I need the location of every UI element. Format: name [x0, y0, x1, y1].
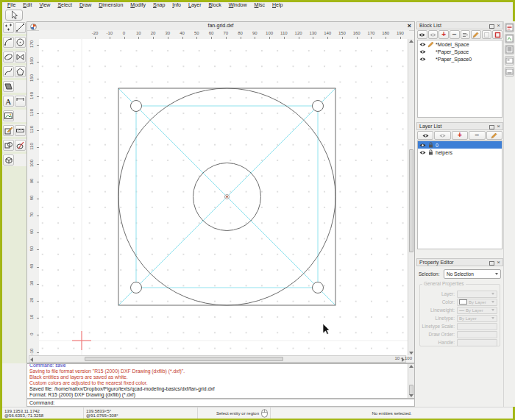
scrollbar-arrow[interactable]	[409, 40, 413, 43]
remove-layer-button[interactable]: −	[469, 131, 485, 140]
text-icon: A	[4, 96, 13, 106]
show-all-layers-button[interactable]	[417, 131, 433, 140]
tool-polyline-button[interactable]	[15, 51, 26, 63]
scrollbar-thumb[interactable]	[409, 149, 413, 252]
menu-dimension[interactable]: Dimension	[96, 2, 126, 7]
float-panel-button[interactable]	[489, 261, 494, 266]
block-list-panel: Block List × +− *Model_Space*Paper_Space…	[416, 21, 503, 119]
menu-misc[interactable]: Misc	[252, 2, 268, 7]
tool-measure-button[interactable]	[15, 125, 26, 136]
tool-group	[2, 21, 27, 34]
tool-image-button[interactable]	[3, 110, 14, 121]
relative-coordinate: @56.6353,-71.3258	[4, 413, 81, 419]
property-linetype-field: By Layer	[457, 315, 497, 322]
toggle-layer-list-button[interactable]	[505, 45, 514, 54]
tool-box3d-button[interactable]	[3, 154, 14, 165]
menu-edit[interactable]: Edit	[20, 2, 35, 7]
menu-help[interactable]: Help	[269, 2, 285, 7]
horizontal-scrollbar[interactable]	[29, 355, 406, 363]
general-properties-group: Layer:Color:By LayerLineweight:—By Layer…	[419, 284, 500, 346]
block-name: *Model_Space	[436, 42, 469, 47]
float-panel-button[interactable]	[489, 125, 494, 129]
tool-polygon-button[interactable]	[15, 66, 26, 77]
menu-info[interactable]: Info	[169, 2, 184, 7]
rename-block-button[interactable]	[461, 30, 471, 39]
lock-icon[interactable]	[427, 142, 434, 148]
visibility-eye-icon[interactable]	[419, 49, 426, 54]
tool-ellipse-button[interactable]	[3, 51, 14, 63]
menu-view[interactable]: View	[36, 2, 53, 7]
toggle-block-list-button[interactable]	[505, 34, 514, 43]
tool-circle-button[interactable]	[15, 37, 26, 48]
add-block-button[interactable]: +	[438, 30, 449, 39]
visibility-eye-icon[interactable]	[419, 57, 426, 62]
scrollbar-thumb[interactable]	[85, 357, 283, 361]
close-document-button[interactable]: ×	[408, 22, 411, 30]
hide-all-blocks-button[interactable]	[428, 30, 438, 39]
menu-layer[interactable]: Layer	[185, 2, 205, 7]
close-panel-button[interactable]: ×	[497, 22, 500, 29]
property-label: Draw Order:	[421, 332, 457, 337]
command-input[interactable]: Command:	[26, 399, 415, 407]
tool-points-button[interactable]	[3, 22, 14, 33]
scrollbar-arrow[interactable]	[409, 352, 413, 355]
tool-hatch-button[interactable]	[3, 81, 14, 92]
hide-all-layers-button[interactable]	[434, 131, 450, 140]
scrollbar-arrow[interactable]	[409, 394, 413, 397]
tool-line-button[interactable]	[15, 22, 26, 33]
tool-text-button[interactable]: A	[3, 96, 14, 107]
purge-block-button[interactable]	[492, 30, 502, 39]
tool-explode-button[interactable]	[3, 140, 14, 151]
toggle-library-browser-button[interactable]	[505, 56, 514, 65]
ruler-label: -10	[106, 31, 113, 35]
menu-select[interactable]: Select	[54, 2, 74, 7]
lock-icon[interactable]	[427, 149, 434, 155]
add-layer-button[interactable]: +	[452, 131, 468, 140]
edit-layer-button[interactable]	[486, 131, 502, 140]
relative-polar-coordinate: @91.0765<308°	[86, 413, 195, 419]
show-all-blocks-button[interactable]	[417, 30, 427, 39]
circle-icon	[15, 38, 25, 47]
layer-row[interactable]: 0	[418, 141, 502, 149]
tool-modify-button[interactable]	[3, 125, 14, 136]
property-row: Handle:	[421, 339, 497, 346]
toggle-command-line-button[interactable]	[505, 67, 514, 76]
menu-modify[interactable]: Modify	[127, 2, 149, 7]
block-row[interactable]: *Model_Space	[418, 40, 502, 48]
block-row[interactable]: *Paper_Space	[418, 48, 502, 55]
insert-block-button[interactable]	[482, 30, 492, 39]
tool-dimension-button[interactable]	[15, 96, 26, 107]
toggle-property-editor-button[interactable]	[505, 23, 514, 32]
tool-divide-button[interactable]	[15, 140, 26, 151]
menu-file[interactable]: File	[4, 2, 18, 7]
drawing-canvas[interactable]	[39, 39, 409, 355]
tool-arc-button[interactable]	[3, 37, 14, 48]
ruler-label: 120	[29, 123, 34, 136]
close-panel-button[interactable]: ×	[497, 123, 500, 130]
vertical-scrollbar[interactable]	[408, 39, 414, 355]
property-row: Linetype:By Layer	[421, 315, 497, 321]
visibility-eye-icon[interactable]	[419, 42, 426, 47]
remove-block-button[interactable]: −	[450, 30, 460, 39]
selection-dropdown[interactable]: No Selection	[444, 269, 501, 279]
points-icon	[4, 23, 13, 32]
select-tool-button[interactable]	[5, 10, 23, 21]
visibility-eye-icon[interactable]	[419, 143, 426, 148]
scrollbar-arrow[interactable]	[409, 365, 413, 368]
visibility-eye-icon[interactable]	[419, 150, 426, 155]
menu-draw[interactable]: Draw	[77, 2, 94, 7]
explode-icon	[4, 140, 13, 150]
layer-row[interactable]: helpers	[418, 149, 502, 156]
edit-block-button[interactable]	[471, 30, 481, 39]
menu-block[interactable]: Block	[206, 2, 224, 7]
polyline-icon	[15, 52, 25, 62]
block-row[interactable]: *Paper_Space0	[418, 55, 502, 63]
menu-window[interactable]: Window	[226, 2, 250, 7]
scrollbar-arrow[interactable]	[30, 357, 33, 362]
menu-snap[interactable]: Snap	[150, 2, 168, 7]
command-history-scrollbar[interactable]	[408, 364, 414, 398]
close-panel-button[interactable]: ×	[497, 259, 500, 266]
scrollbar-thumb[interactable]	[409, 385, 413, 395]
tool-spline-button[interactable]	[3, 66, 14, 77]
float-panel-button[interactable]	[489, 24, 494, 29]
